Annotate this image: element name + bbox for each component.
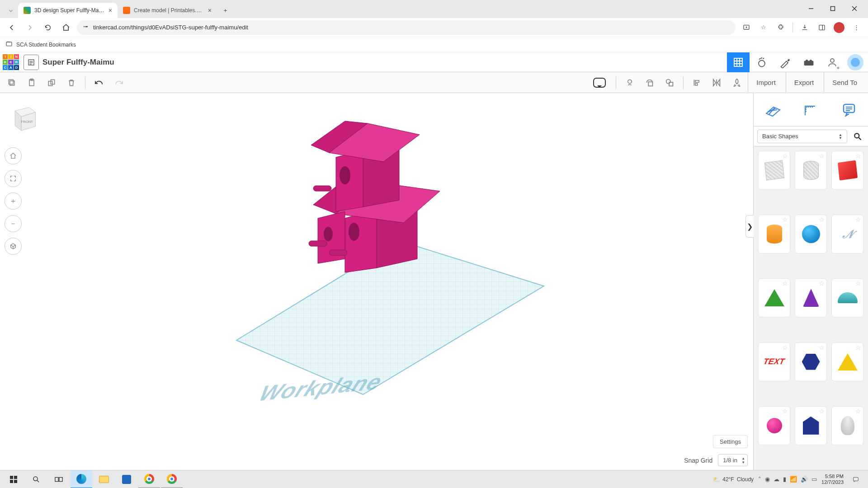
svg-rect-1 (831, 7, 835, 11)
site-info-icon[interactable] (82, 23, 89, 31)
favicon-printables-icon (123, 7, 130, 14)
mode-blocks-button[interactable] (774, 52, 797, 53)
window-controls (801, 2, 864, 18)
install-app-icon[interactable] (739, 20, 754, 35)
address-bar[interactable]: tinkercad.com/things/d0EvADsiSTG-super-f… (77, 20, 736, 35)
new-tab-button[interactable]: ＋ (219, 4, 231, 17)
svg-rect-7 (819, 25, 825, 30)
toolbar-separator (793, 23, 793, 33)
bookmarks-bar: SCA Student Bookmarks (0, 37, 868, 52)
browser-tab-inactive[interactable]: Create model | Printables.com × (118, 3, 217, 18)
tab-close-icon[interactable]: × (208, 7, 212, 14)
nav-reload-button[interactable] (41, 20, 55, 35)
bookmark-star-icon[interactable]: ☆ (756, 20, 771, 35)
nav-back-button[interactable] (5, 20, 19, 35)
tab-title: 3D design Super Fulffy-Maimu | (34, 7, 105, 14)
url-text: tinkercad.com/things/d0EvADsiSTG-super-f… (93, 24, 248, 31)
sidepanel-icon[interactable] (815, 20, 829, 35)
tab-search-button[interactable] (4, 4, 18, 18)
svg-rect-5 (85, 26, 88, 27)
bookmark-folder-icon (5, 40, 13, 49)
collaborate-button[interactable] (821, 52, 844, 53)
favicon-tinkercad-icon (24, 7, 31, 14)
downloads-icon[interactable] (797, 20, 812, 35)
mode-bricks-button[interactable] (797, 52, 820, 53)
profile-avatar[interactable] (832, 20, 846, 35)
bookmark-link[interactable]: SCA Student Bookmarks (16, 42, 76, 48)
chrome-menu-icon[interactable]: ⋮ (849, 20, 863, 35)
nav-forward-button[interactable] (23, 20, 37, 35)
tab-close-icon[interactable]: × (108, 7, 112, 14)
browser-toolbar: tinkercad.com/things/d0EvADsiSTG-super-f… (0, 18, 868, 37)
svg-rect-9 (6, 42, 12, 46)
window-maximize-button[interactable] (823, 2, 843, 15)
mode-simlab-button[interactable] (750, 52, 773, 53)
mode-3d-design-button[interactable] (727, 52, 750, 53)
browser-tabstrip: 3D design Super Fulffy-Maimu | × Create … (0, 0, 868, 18)
window-minimize-button[interactable] (801, 2, 821, 15)
tab-title: Create model | Printables.com (134, 7, 204, 14)
svg-point-4 (84, 26, 85, 27)
nav-home-button[interactable] (59, 20, 73, 35)
browser-tab-active[interactable]: 3D design Super Fulffy-Maimu | × (18, 3, 118, 18)
extensions-icon[interactable] (774, 20, 788, 35)
window-close-button[interactable] (844, 2, 864, 15)
